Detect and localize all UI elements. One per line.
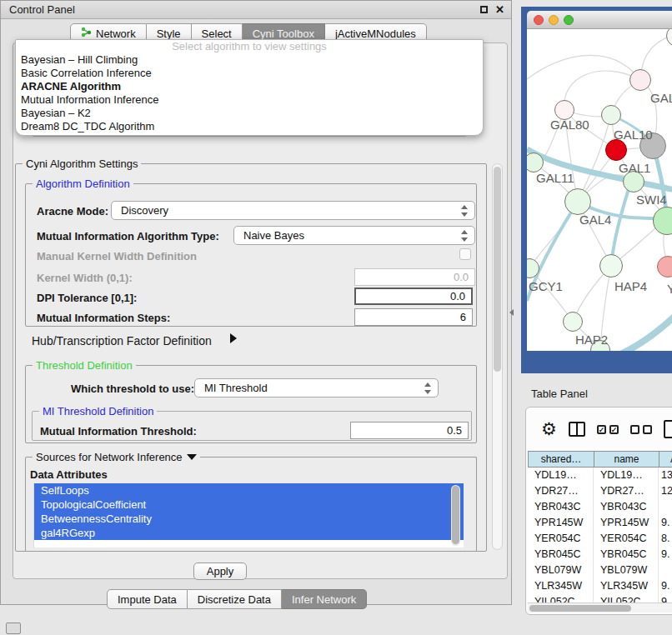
- aracne-mode-value: Discovery: [121, 204, 168, 217]
- column-header-clipped[interactable]: A: [659, 451, 672, 468]
- table-panel: ⚙ ✓ ✓ shared… name A YDL19…YDL19…13 YDR2…: [525, 407, 672, 615]
- columns-icon[interactable]: [569, 422, 585, 437]
- algorithm-placeholder: Select algorithm to view settings: [16, 40, 483, 53]
- new-column-icon[interactable]: [664, 420, 672, 438]
- minimized-panel-grip[interactable]: [6, 622, 21, 634]
- mi-steps-field[interactable]: 6: [354, 308, 473, 326]
- attribute-table: shared… name A: [528, 451, 672, 468]
- zoom-window-icon[interactable]: [564, 15, 574, 25]
- table-horizontal-scrollbar[interactable]: [528, 602, 672, 612]
- combo-spinner-icon: [424, 382, 432, 395]
- table-row[interactable]: YBL079WYBL079W: [528, 562, 672, 578]
- algorithm-option-selected[interactable]: ARACNE Algorithm: [16, 80, 483, 93]
- combo-spinner-icon: [461, 229, 469, 242]
- threshold-definition-legend: Threshold Definition: [33, 359, 136, 372]
- dpi-tolerance-label: DPI Tolerance [0,1]:: [37, 292, 137, 304]
- cyni-bottom-tabs: Impute Data Discretize Data Infer Networ…: [107, 589, 367, 609]
- aracne-mode-combobox[interactable]: Discovery: [111, 201, 475, 220]
- table-rows: YDL19…YDL19…13 YDR27…YDR27…12 YBR043CYBR…: [528, 468, 672, 602]
- network-node[interactable]: [629, 69, 651, 91]
- sources-legend-text: Sources for Network Inference: [36, 451, 183, 463]
- splitter-collapse-icon[interactable]: [509, 309, 514, 316]
- table-row[interactable]: YDL19…YDL19…13: [528, 468, 672, 483]
- table-row[interactable]: YPR145WYPR145W9.: [528, 515, 672, 531]
- mi-type-label: Mutual Information Algorithm Type:: [37, 230, 219, 242]
- network-window-titlebar[interactable]: [527, 11, 672, 29]
- close-window-icon[interactable]: [534, 15, 544, 25]
- close-panel-icon[interactable]: ✕: [495, 3, 504, 16]
- algorithm-definition-legend: Algorithm Definition: [33, 178, 133, 190]
- gear-icon[interactable]: ⚙: [541, 421, 557, 438]
- column-header-shared-name[interactable]: shared…: [528, 451, 594, 468]
- attribute-item[interactable]: BetweennessCentrality: [34, 512, 464, 526]
- combo-spinner-icon: [461, 204, 469, 218]
- node-label: GAL10: [614, 128, 653, 142]
- control-panel-titlebar: Control Panel ✕: [1, 1, 511, 19]
- node-label: HAP4: [614, 279, 647, 293]
- checked-checkbox-icon: ✓: [597, 425, 606, 434]
- algorithm-option[interactable]: Bayesian – Hill Climbing: [16, 53, 483, 67]
- apply-button[interactable]: Apply: [193, 562, 247, 580]
- network-node-gal1-red[interactable]: [605, 139, 627, 161]
- attribute-list-scrollbar[interactable]: [451, 485, 460, 546]
- data-attributes-list: SelfLoops TopologicalCoefficient Between…: [33, 483, 464, 548]
- select-all-columns-icon[interactable]: ✓ ✓: [597, 425, 619, 434]
- sources-collapse-arrow-icon[interactable]: [187, 454, 197, 460]
- aracne-mode-label: Aracne Mode:: [37, 205, 108, 218]
- minimize-window-icon[interactable]: [549, 15, 559, 25]
- sources-legend: Sources for Network Inference: [33, 451, 200, 463]
- which-threshold-label: Which threshold to use:: [71, 382, 194, 395]
- which-threshold-combobox[interactable]: MI Threshold: [194, 378, 439, 398]
- attribute-item[interactable]: TopologicalCoefficient: [34, 498, 464, 512]
- table-panel-title: Table Panel: [531, 388, 588, 400]
- mi-type-value: Naive Bayes: [243, 229, 304, 242]
- algorithm-option[interactable]: Bayesian – K2: [16, 107, 483, 120]
- manual-kernel-label: Manual Kernel Width Definition: [37, 250, 197, 262]
- node-label: GAL80: [550, 118, 589, 132]
- mi-type-combobox[interactable]: Naive Bayes: [233, 226, 475, 245]
- algorithm-dropdown-popup: Select algorithm to view settings Bayesi…: [15, 39, 484, 136]
- algorithm-option[interactable]: Basic Correlation Inference: [16, 67, 483, 80]
- mi-threshold-label: Mutual Information Threshold:: [40, 425, 197, 438]
- table-row[interactable]: YBR043CYBR043C: [528, 499, 672, 515]
- screen: Control Panel ✕ Network Style Se: [0, 0, 672, 635]
- unchecked-checkbox-icon: [643, 425, 652, 434]
- tab-network-label: Network: [96, 28, 136, 40]
- unchecked-checkbox-icon: [630, 425, 639, 434]
- table-row[interactable]: YBR045CYBR045C9.: [528, 547, 672, 562]
- network-canvas[interactable]: GAL GAL80 GAL10 GAL1 GAL11 SWI4 GAL4 GCY…: [527, 29, 672, 351]
- node-label: GAL4: [579, 212, 611, 227]
- column-header-name[interactable]: name: [594, 451, 659, 468]
- unselect-all-columns-icon[interactable]: [630, 425, 652, 434]
- node-label: GAL1: [619, 161, 650, 175]
- tab-infer-network[interactable]: Infer Network: [282, 589, 367, 609]
- network-node-hap2[interactable]: [563, 312, 583, 332]
- node-label: GAL11: [536, 171, 574, 185]
- table-row[interactable]: YLR345WYLR345W9.: [528, 578, 672, 594]
- scrollbar-thumb[interactable]: [494, 167, 501, 372]
- scrollbar-thumb[interactable]: [529, 605, 631, 612]
- scrollbar-thumb[interactable]: [452, 486, 459, 544]
- table-row[interactable]: YDR27…YDR27…12: [528, 483, 672, 499]
- network-node-gal4[interactable]: [564, 188, 591, 215]
- tab-discretize-data[interactable]: Discretize Data: [188, 589, 282, 609]
- network-node-gal10[interactable]: [601, 105, 621, 125]
- attribute-item[interactable]: gal4RGexp: [34, 526, 464, 540]
- settings-scrollbar[interactable]: [492, 163, 503, 550]
- network-node-hap4[interactable]: [599, 254, 623, 278]
- manual-kernel-checkbox[interactable]: [459, 248, 471, 260]
- float-panel-icon[interactable]: [480, 6, 488, 13]
- kernel-width-field[interactable]: 0.0: [354, 268, 475, 286]
- which-threshold-value: MI Threshold: [204, 382, 268, 394]
- hub-expand-arrow-icon[interactable]: [230, 333, 237, 343]
- attribute-item[interactable]: SelfLoops: [34, 483, 464, 498]
- dpi-tolerance-field[interactable]: 0.0: [354, 288, 473, 305]
- mi-threshold-field[interactable]: 0.5: [350, 422, 469, 439]
- kernel-width-label: Kernel Width (0,1):: [37, 272, 133, 284]
- table-row[interactable]: YER054CYER054C8.: [528, 531, 672, 547]
- algorithm-option[interactable]: Mutual Information Inference: [16, 93, 483, 107]
- algorithm-option[interactable]: Dream8 DC_TDC Algorithm: [16, 120, 483, 133]
- table-row[interactable]: YIL052CYIL052C9.: [528, 594, 672, 602]
- node-label: GAL: [650, 91, 672, 105]
- tab-impute-data[interactable]: Impute Data: [107, 589, 188, 609]
